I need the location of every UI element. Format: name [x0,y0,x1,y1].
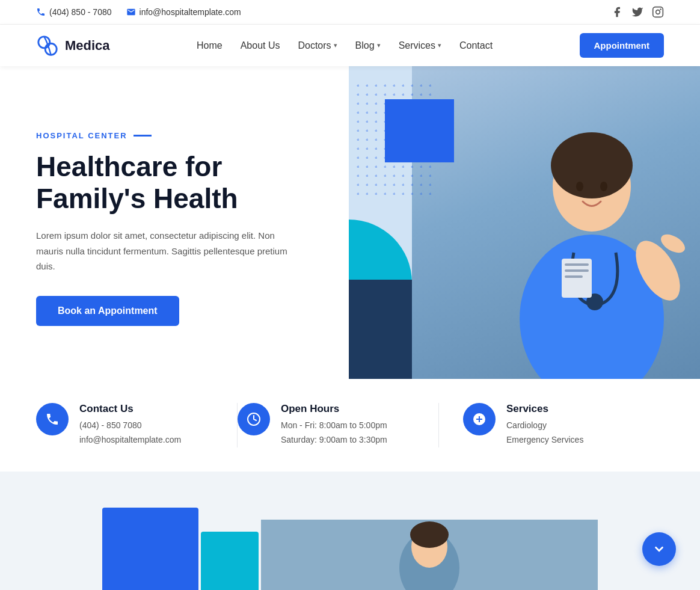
svg-point-2 [660,8,662,10]
services-item2: Emergency Services [506,433,583,447]
hero-title-line1: Healthcare for [36,151,222,182]
hours-title: Open Hours [281,403,387,415]
services-title: Services [506,403,583,415]
nav-item-contact[interactable]: Contact [459,40,493,51]
svg-point-1 [656,10,660,14]
nav-link-contact[interactable]: Contact [459,40,493,51]
hero-title: Healthcare for Family's Health [36,151,313,215]
doctor-svg [496,66,688,379]
hours-icon-circle [238,403,270,435]
contact-info-content: Contact Us (404) - 850 7080 info@hospita… [79,403,181,447]
phone-info-icon [45,412,60,426]
phone-icon [36,7,46,17]
hero-title-line2: Family's Health [36,183,238,214]
nav-link-about[interactable]: About Us [241,40,280,51]
svg-point-21 [410,521,449,548]
contact-email: info@hospitaltemplate.com [79,433,181,447]
facebook-icon[interactable] [611,6,623,18]
nav-item-home[interactable]: Home [197,40,223,51]
svg-point-8 [576,182,583,191]
hero-content: HOSPITAL CENTER Healthcare for Family's … [0,66,349,379]
book-appointment-button[interactable]: Book an Appointment [36,296,179,326]
nav-link-blog[interactable]: Blog ▾ [355,40,381,51]
info-card-hours: Open Hours Mon - Fri: 8:00am to 5:00pm S… [238,403,439,447]
services-icon-circle [463,403,496,435]
hero-label: HOSPITAL CENTER [36,131,313,140]
svg-rect-0 [653,7,663,17]
topbar-phone: (404) 850 - 7080 [36,7,112,17]
clock-info-icon [247,412,261,426]
nav-link-home[interactable]: Home [197,40,223,51]
nav-links: Home About Us Doctors ▾ Blog ▾ Services … [197,40,493,51]
topbar-email: info@hospitaltemplate.com [126,7,241,17]
blog-chevron: ▾ [377,41,381,49]
svg-point-7 [551,132,633,198]
instagram-icon[interactable] [652,6,664,18]
bottom-scene-svg [261,520,598,590]
hours-weekday: Mon - Fri: 8:00am to 5:00pm [281,419,387,433]
topbar: (404) 850 - 7080 info@hospitaltemplate.c… [0,0,700,25]
nav-item-services[interactable]: Services ▾ [399,40,441,51]
info-bar: Contact Us (404) - 850 7080 info@hospita… [0,379,700,472]
nav-item-doctors[interactable]: Doctors ▾ [298,40,337,51]
deco-dots [354,81,432,195]
appointment-button[interactable]: Appointment [580,33,664,58]
svg-point-9 [600,182,607,191]
scroll-down-button[interactable] [642,532,676,566]
nav-link-services[interactable]: Services ▾ [399,40,441,51]
services-chevron: ▾ [438,41,441,49]
topbar-socials [611,6,664,18]
logo-text: Medica [65,38,110,54]
logo-icon [36,34,59,57]
services-item1: Cardiology [506,419,583,433]
bottom-image-blocks [102,508,259,590]
bottom-photo-area [261,520,598,590]
doctors-chevron: ▾ [334,41,337,49]
info-card-services: Services Cardiology Emergency Services [439,403,664,447]
topbar-left: (404) 850 - 7080 info@hospitaltemplate.c… [36,7,241,17]
bottom-blue-block [102,508,198,590]
chevron-down-icon [652,542,666,556]
hours-saturday: Saturday: 9:00am to 3:30pm [281,433,387,447]
bottom-section [0,472,700,590]
cross-info-icon [472,412,487,426]
topbar-phone-text: (404) 850 - 7080 [49,7,112,17]
services-info-content: Services Cardiology Emergency Services [506,403,583,447]
svg-rect-15 [565,269,589,272]
svg-rect-16 [565,275,583,278]
logo[interactable]: Medica [36,34,110,57]
info-card-contact: Contact Us (404) - 850 7080 info@hospita… [36,403,238,447]
hours-info-content: Open Hours Mon - Fri: 8:00am to 5:00pm S… [281,403,387,447]
nav-item-about[interactable]: About Us [241,40,280,51]
hero-image-area [349,66,700,379]
contact-phone: (404) - 850 7080 [79,419,181,433]
contact-icon-circle [36,403,69,435]
hero-description: Lorem ipsum dolor sit amet, consectetur … [36,228,289,274]
svg-rect-14 [565,263,589,266]
nav-link-doctors[interactable]: Doctors ▾ [298,40,337,51]
navbar: Medica Home About Us Doctors ▾ Blog ▾ Se… [0,25,700,66]
nav-item-blog[interactable]: Blog ▾ [355,40,381,51]
hero-section: HOSPITAL CENTER Healthcare for Family's … [0,66,700,379]
contact-title: Contact Us [79,403,181,415]
bottom-cyan-block [201,532,259,590]
email-icon [126,7,136,17]
doctor-image [412,66,700,379]
deco-navy-rect [349,280,412,379]
topbar-email-text: info@hospitaltemplate.com [140,7,241,17]
twitter-icon[interactable] [631,6,643,18]
